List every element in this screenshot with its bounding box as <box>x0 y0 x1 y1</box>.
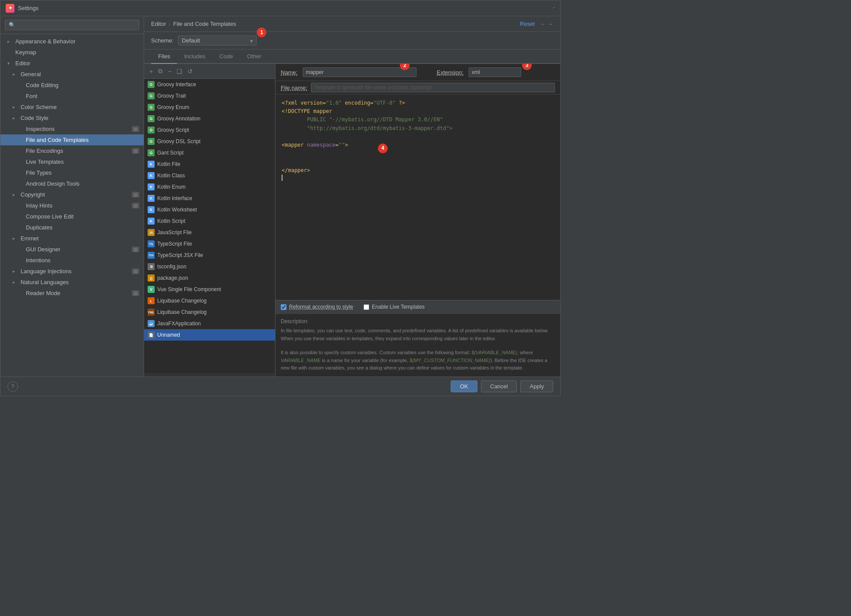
list-item[interactable]: G Gant Script <box>144 147 275 158</box>
reset-button[interactable]: Reset <box>520 21 535 27</box>
template-toolbar: + ⧉ − ❑ ↺ <box>144 64 275 79</box>
sidebar-item-inspections[interactable]: Inspections ▤ <box>0 123 144 134</box>
sidebar-item-label: Code Editing <box>26 82 58 88</box>
sidebar-item-emmet[interactable]: Emmet <box>0 233 144 244</box>
code-editor[interactable]: <?xml version="1.0" encoding="UTF-8" ?> … <box>275 95 560 300</box>
template-name: TypeScript JSX File <box>157 252 203 258</box>
sidebar-item-file-encodings[interactable]: File Encodings ▤ <box>0 145 144 156</box>
expand-icon <box>13 269 18 274</box>
sidebar-item-file-types[interactable]: File Types <box>0 167 144 178</box>
back-arrow[interactable]: ← <box>540 21 546 27</box>
sidebar-item-inlay-hints[interactable]: Inlay Hints ▤ <box>0 200 144 211</box>
list-item[interactable]: 📄 Unnamed <box>144 329 275 341</box>
sidebar-item-duplicates[interactable]: Duplicates <box>0 222 144 233</box>
sidebar-item-gui-designer[interactable]: GUI Designer ▤ <box>0 244 144 255</box>
annotation-1: 1 <box>257 28 266 37</box>
list-item[interactable]: JS JavaScript File <box>144 227 275 238</box>
code-line <box>282 175 554 181</box>
list-item[interactable]: G Groovy Trait <box>144 90 275 102</box>
sidebar-item-intentions[interactable]: Intentions <box>0 255 144 266</box>
copy-template-button[interactable]: ⧉ <box>156 67 164 76</box>
duplicate-template-button[interactable]: ❑ <box>175 67 184 76</box>
template-list: + ⧉ − ❑ ↺ G Groovy Interface G Gro <box>144 64 275 377</box>
reset-template-button[interactable]: ↺ <box>186 67 194 76</box>
bottom-options: Reformat according to style Enable Live … <box>275 300 560 313</box>
sidebar-item-android-design[interactable]: Android Design Tools <box>0 178 144 189</box>
badge: ▤ <box>132 148 139 154</box>
forward-arrow[interactable]: → <box>547 21 553 27</box>
sidebar-item-color-scheme[interactable]: Color Scheme <box>0 102 144 113</box>
sidebar-item-reader-mode[interactable]: Reader Mode ▤ <box>0 288 144 299</box>
list-item[interactable]: G Groovy Enum <box>144 102 275 113</box>
list-item[interactable]: G Groovy Script <box>144 124 275 136</box>
sidebar-item-natural-langs[interactable]: Natural Languages <box>0 277 144 288</box>
breadcrumb-parent: Editor <box>151 21 166 27</box>
template-icon: G <box>148 104 155 111</box>
sidebar-item-code-editing[interactable]: Code Editing <box>0 80 144 91</box>
list-item[interactable]: K Kotlin Enum <box>144 181 275 193</box>
sidebar-item-font[interactable]: Font <box>0 91 144 102</box>
code-line <box>282 158 554 166</box>
list-item[interactable]: G Groovy Interface <box>144 79 275 90</box>
sidebar-item-label: Emmet <box>21 235 39 242</box>
list-item[interactable]: G Groovy DSL Script <box>144 136 275 147</box>
search-input[interactable] <box>5 20 139 30</box>
list-item[interactable]: L Liquibase Changelog <box>144 295 275 306</box>
cancel-button[interactable]: Cancel <box>481 380 517 392</box>
sidebar-item-lang-injections[interactable]: Language Injections ▤ <box>0 266 144 277</box>
sidebar-item-appearance[interactable]: Appearance & Behavior <box>0 36 144 47</box>
list-item[interactable]: YML Liquibase Changelog <box>144 306 275 318</box>
filename-field[interactable] <box>311 83 555 92</box>
list-item[interactable]: ⚙ tsconfig.json <box>144 261 275 272</box>
list-item[interactable]: K Kotlin Worksheet <box>144 204 275 215</box>
remove-template-button[interactable]: − <box>166 67 173 76</box>
close-button[interactable] <box>553 7 555 9</box>
sidebar-item-file-code-templates[interactable]: File and Code Templates <box>0 134 144 145</box>
live-templates-checkbox-label[interactable]: Enable Live Templates <box>364 304 425 310</box>
expand-icon <box>13 105 18 109</box>
annotation-4: 4 <box>378 144 388 153</box>
help-button[interactable]: ? <box>7 381 18 392</box>
list-item[interactable]: K Kotlin Script <box>144 215 275 227</box>
code-line <box>282 149 554 158</box>
sidebar-item-general[interactable]: General <box>0 69 144 80</box>
sidebar-item-copyright[interactable]: Copyright ▤ <box>0 189 144 200</box>
sidebar-item-code-style[interactable]: Code Style <box>0 113 144 123</box>
list-item[interactable]: G Groovy Annotation <box>144 113 275 124</box>
breadcrumb-separator: › <box>169 21 170 27</box>
sidebar-item-label: GUI Designer <box>26 246 60 253</box>
tab-files[interactable]: Files <box>151 49 177 64</box>
extension-field[interactable] <box>469 67 521 77</box>
sidebar-item-label: File and Code Templates <box>26 137 89 143</box>
tab-code[interactable]: Code <box>212 49 240 64</box>
sidebar-item-editor[interactable]: Editor <box>0 58 144 69</box>
add-template-button[interactable]: + <box>148 67 155 76</box>
name-field[interactable] <box>303 67 417 77</box>
list-item[interactable]: K Kotlin File <box>144 158 275 170</box>
tab-includes[interactable]: Includes <box>177 49 212 64</box>
ok-button[interactable]: OK <box>451 380 477 392</box>
scheme-select[interactable]: Default <box>178 35 257 46</box>
sidebar-item-compose-live[interactable]: Compose Live Edit <box>0 211 144 222</box>
scheme-select-wrapper: Default <box>178 35 257 46</box>
sidebar-item-live-templates[interactable]: Live Templates <box>0 156 144 167</box>
reformat-checkbox[interactable] <box>281 304 286 310</box>
sidebar-item-label: Android Design Tools <box>26 180 80 187</box>
tab-other[interactable]: Other <box>240 49 268 64</box>
list-item[interactable]: TSX TypeScript JSX File <box>144 250 275 261</box>
reformat-checkbox-label[interactable]: Reformat according to style <box>281 304 353 310</box>
list-item[interactable]: V Vue Single File Component <box>144 284 275 295</box>
list-item[interactable]: ☕ JavaFXApplication <box>144 318 275 329</box>
list-item[interactable]: K Kotlin Class <box>144 170 275 181</box>
code-line: "http://mybatis.org/dtd/mybatis-3-mapper… <box>282 124 554 133</box>
live-templates-checkbox[interactable] <box>364 304 369 310</box>
list-item[interactable]: TS TypeScript File <box>144 238 275 250</box>
list-item[interactable]: K Kotlin Interface <box>144 193 275 204</box>
sidebar-item-keymap[interactable]: Keymap <box>0 47 144 58</box>
list-item[interactable]: {} package.json <box>144 272 275 284</box>
horizontal-scrollbar[interactable] <box>144 373 275 377</box>
template-items: G Groovy Interface G Groovy Trait G Groo… <box>144 79 275 373</box>
extension-label: Extension: <box>437 69 463 76</box>
apply-button[interactable]: Apply <box>520 380 553 392</box>
template-name: Groovy Enum <box>157 104 189 110</box>
